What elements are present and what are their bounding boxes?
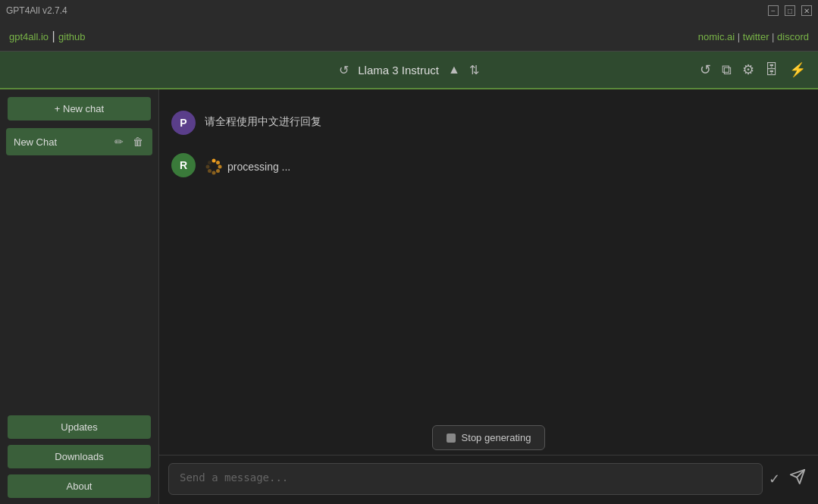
downloads-button[interactable]: Downloads [8,445,151,468]
messages-list: P 请全程使用中文进行回复 R [159,89,818,416]
message-input[interactable] [168,463,763,495]
stop-generating-button[interactable]: Stop generating [432,425,546,450]
github-link[interactable]: github [58,31,85,42]
svg-point-0 [212,159,216,163]
settings-icon[interactable]: ⚙ [742,61,754,78]
send-icon [789,468,806,485]
avatar: P [171,111,196,135]
database-icon[interactable]: 🗄 [765,62,779,78]
discord-link[interactable]: discord [777,31,809,42]
stop-generating-area: Stop generating [159,416,818,455]
svg-point-3 [216,169,220,173]
table-row: R process [171,144,806,187]
model-bar: ↺ Llama 3 Instruct ▲ ⇅ ↺ ⧉ ⚙ 🗄 ⚡ [0,52,818,89]
stop-generating-label: Stop generating [462,432,531,443]
sidebar-spacer [0,158,158,412]
delete-chat-button[interactable]: 🗑 [131,134,145,149]
chat-item-actions: ✏ 🗑 [113,134,145,149]
svg-point-2 [218,165,222,169]
model-expand-icon[interactable]: ⇅ [469,63,479,77]
cursor-icon: ✓ [769,471,780,487]
svg-point-6 [206,165,210,169]
processing-text: processing ... [227,161,290,173]
model-refresh-icon[interactable]: ↺ [339,63,349,77]
avatar: R [171,153,196,177]
gpt4all-link[interactable]: gpt4all.io [9,31,49,42]
nomic-link[interactable]: nomic.ai [698,31,735,42]
model-upload-icon[interactable]: ▲ [448,63,460,77]
copy-icon[interactable]: ⧉ [722,62,732,78]
stop-square-icon [447,434,456,443]
model-name: Llama 3 Instruct [358,64,439,77]
minimize-button[interactable]: − [768,5,779,16]
svg-point-5 [208,169,212,173]
send-button[interactable] [786,465,809,493]
svg-point-4 [212,171,216,175]
main-layout: + New chat New Chat ✏ 🗑 Updates Download… [0,89,818,504]
titlebar: GPT4All v2.7.4 − □ ✕ [0,0,818,21]
input-area: ✓ [159,455,818,504]
close-button[interactable]: ✕ [801,5,812,16]
loading-spinner-icon [205,158,223,176]
table-row: P 请全程使用中文进行回复 [171,102,806,144]
sync-icon[interactable]: ↺ [700,61,711,78]
twitter-link[interactable]: twitter [743,31,769,42]
navbar-left: gpt4all.io | github [9,30,86,43]
edit-chat-button[interactable]: ✏ [113,134,125,149]
updates-button[interactable]: Updates [8,415,151,439]
titlebar-title: GPT4All v2.7.4 [6,5,67,16]
new-chat-button[interactable]: + New chat [8,97,151,121]
assistant-message-text: processing ... [205,153,290,178]
chat-item[interactable]: New Chat ✏ 🗑 [6,128,152,155]
navbar: gpt4all.io | github nomic.ai | twitter |… [0,21,818,52]
user-message-text: 请全程使用中文进行回复 [205,111,321,129]
svg-point-7 [208,161,212,164]
maximize-button[interactable]: □ [785,5,795,16]
svg-point-1 [216,161,220,164]
navbar-right: nomic.ai | twitter | discord [698,30,809,43]
about-button[interactable]: About [8,474,151,498]
titlebar-controls: − □ ✕ [768,5,812,16]
chat-item-label: New Chat [14,136,57,148]
sidebar: + New chat New Chat ✏ 🗑 Updates Download… [0,89,159,504]
wifi-icon[interactable]: ⚡ [789,61,806,78]
toolbar-icons: ↺ ⧉ ⚙ 🗄 ⚡ [700,61,806,78]
chat-area: P 请全程使用中文进行回复 R [159,89,818,504]
